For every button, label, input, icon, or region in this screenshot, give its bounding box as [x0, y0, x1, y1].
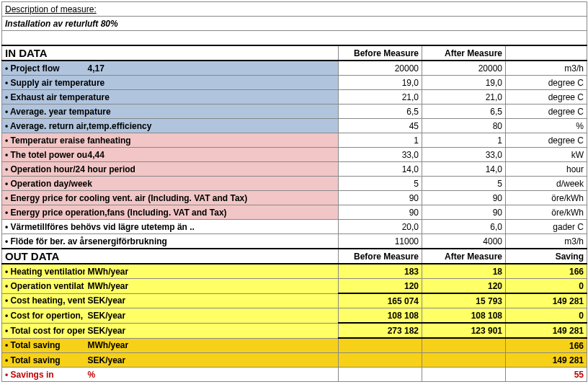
row-label: • Average. year tempature	[2, 104, 85, 119]
spreadsheet-table: Description of measure: Installation av …	[1, 1, 587, 382]
out-before-value: 273 182	[339, 323, 422, 338]
after-value: 90	[422, 191, 506, 205]
before-value: 90	[339, 205, 422, 220]
in-data-row: • Exhaust air temperature21,021,0degree …	[2, 90, 587, 104]
out-saving-value: 166	[506, 264, 587, 279]
before-value: 14,0	[339, 162, 422, 177]
row-label: • Operation day/week	[2, 177, 85, 191]
unit-value: degree C	[506, 90, 587, 104]
row-label: • Flöde för ber. av årsenergiförbrukning	[2, 234, 85, 249]
in-data-row: • Supply air temperature19,019,0degree C	[2, 76, 587, 90]
row-extra	[85, 76, 339, 90]
out-saving-value: 0	[506, 308, 587, 324]
before-value: 45	[339, 119, 422, 133]
out-data-row: • Savings in%55	[2, 368, 587, 382]
out-row-label: • Total saving	[2, 338, 85, 353]
unit-value: m3/h	[506, 234, 587, 249]
in-data-row: • Flöde för ber. av årsenergiförbrukning…	[2, 234, 587, 249]
unit-value: hour	[506, 162, 587, 177]
out-after-value: 15 793	[422, 293, 506, 308]
out-after-header: After Measure	[422, 249, 506, 264]
out-before-value: 183	[339, 264, 422, 279]
row-label: • Energy price operation,fans (Including…	[2, 205, 85, 220]
out-row-label: • Total saving	[2, 353, 85, 368]
out-data-row: • Heating ventilationMWh/year18318166	[2, 264, 587, 279]
out-after-value: 120	[422, 279, 506, 294]
in-data-row: • Energy price for cooling vent. air (In…	[2, 191, 587, 205]
in-data-row: • Värmetillföres behövs vid lägre utetem…	[2, 220, 587, 234]
out-before-value	[339, 368, 422, 382]
after-value: 21,0	[422, 90, 506, 104]
before-value: 6,5	[339, 104, 422, 119]
out-row-label: • Savings in	[2, 368, 85, 382]
before-value: 5	[339, 177, 422, 191]
out-saving-header: Saving	[506, 249, 587, 264]
out-before-value: 165 074	[339, 293, 422, 308]
row-label: • The totel power ou	[2, 148, 85, 162]
out-data-row: • Cost for opertion, fSEK/year108 108108…	[2, 308, 587, 324]
out-saving-value: 0	[506, 279, 587, 294]
after-value: 6,5	[422, 104, 506, 119]
after-value: 33,0	[422, 148, 506, 162]
out-row-label: • Heating ventilation	[2, 264, 85, 279]
row-label: • Exhaust air temperature	[2, 90, 85, 104]
row-label: • Project flow	[2, 61, 85, 76]
unit-value: d/week	[506, 177, 587, 191]
after-value: 14,0	[422, 162, 506, 177]
unit-value: degree C	[506, 133, 587, 148]
out-data-row: • Total savingSEK/year149 281	[2, 353, 587, 368]
before-value: 1	[339, 133, 422, 148]
out-data-header: OUT DATA Before Measure After Measure Sa…	[2, 249, 587, 264]
out-after-value: 108 108	[422, 308, 506, 324]
unit-value: öre/kWh	[506, 191, 587, 205]
unit-value: degree C	[506, 76, 587, 90]
out-before-value: 120	[339, 279, 422, 294]
out-before-value: 108 108	[339, 308, 422, 324]
before-value: 90	[339, 191, 422, 205]
unit-value: m3/h	[506, 61, 587, 76]
out-row-unit: SEK/year	[85, 323, 339, 338]
in-data-row: • The totel power ou4,4433,033,0kW	[2, 148, 587, 162]
after-value: 5	[422, 177, 506, 191]
after-value: 19,0	[422, 76, 506, 90]
out-saving-value: 149 281	[506, 293, 587, 308]
row-extra	[85, 90, 339, 104]
row-extra: 4,17	[85, 61, 339, 76]
out-data-row: • Total savingMWh/year166	[2, 338, 587, 353]
out-saving-value: 149 281	[506, 353, 587, 368]
in-data-header: IN DATA Before Measure After Measure	[2, 45, 587, 61]
unit-value: öre/kWh	[506, 205, 587, 220]
out-after-value	[422, 368, 506, 382]
out-row-unit: SEK/year	[85, 293, 339, 308]
desc-value: Installation av returluft 80%	[2, 17, 339, 31]
after-value: 20000	[422, 61, 506, 76]
after-value: 80	[422, 119, 506, 133]
row-label: • Värmetillföres behövs vid lägre utetem…	[2, 220, 85, 234]
out-data-title: OUT DATA	[2, 249, 339, 264]
out-row-unit: MWh/year	[85, 264, 339, 279]
out-saving-value: 166	[506, 338, 587, 353]
in-data-row: • Energy price operation,fans (Including…	[2, 205, 587, 220]
before-value: 20000	[339, 61, 422, 76]
out-row-unit: %	[85, 368, 339, 382]
out-after-value	[422, 353, 506, 368]
out-before-value	[339, 353, 422, 368]
desc-row: Description of measure:	[2, 2, 587, 17]
before-value: 33,0	[339, 148, 422, 162]
after-value: 6,0	[422, 220, 506, 234]
out-row-unit: MWh/year	[85, 279, 339, 294]
out-row-unit: SEK/year	[85, 353, 339, 368]
row-label: • Energy price for cooling vent. air (In…	[2, 191, 85, 205]
out-after-value: 18	[422, 264, 506, 279]
before-header: Before Measure	[339, 45, 422, 61]
after-header: After Measure	[422, 45, 506, 61]
out-row-unit: SEK/year	[85, 308, 339, 324]
out-before-header: Before Measure	[339, 249, 422, 264]
out-before-value	[339, 338, 422, 353]
row-extra	[85, 177, 339, 191]
after-value: 4000	[422, 234, 506, 249]
out-saving-value: 55	[506, 368, 587, 382]
out-data-row: • Cost heating, ventSEK/year165 07415 79…	[2, 293, 587, 308]
unit-value: degree C	[506, 104, 587, 119]
out-after-value: 123 901	[422, 323, 506, 338]
